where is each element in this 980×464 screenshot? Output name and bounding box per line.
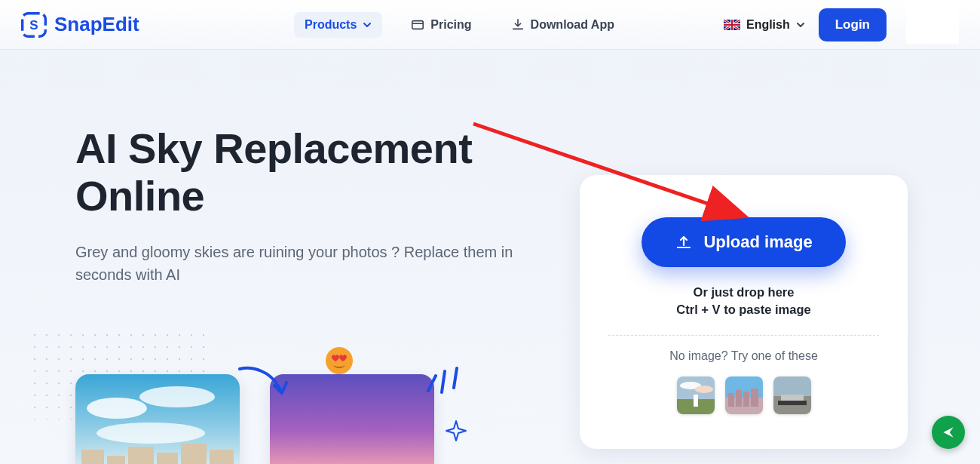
svg-point-6 bbox=[87, 398, 147, 419]
demo-image-before bbox=[75, 374, 240, 464]
svg-rect-43 bbox=[778, 401, 807, 405]
upload-image-button[interactable]: Upload image bbox=[642, 217, 845, 267]
header: S SnapEdit Products Pricing Download App bbox=[0, 0, 980, 50]
svg-rect-17 bbox=[270, 374, 434, 464]
main-nav: Products Pricing Download App bbox=[294, 0, 625, 49]
accent-lines-icon bbox=[422, 358, 461, 397]
svg-rect-38 bbox=[743, 392, 749, 407]
svg-rect-14 bbox=[181, 444, 207, 464]
svg-rect-40 bbox=[773, 376, 811, 396]
sparkle-icon bbox=[445, 419, 467, 442]
nav-download[interactable]: Download App bbox=[501, 12, 625, 38]
heart-eyes-emoji-icon bbox=[324, 346, 354, 376]
svg-rect-33 bbox=[694, 395, 698, 407]
logo-mark-icon: S bbox=[21, 12, 47, 38]
svg-rect-37 bbox=[736, 390, 742, 407]
svg-rect-11 bbox=[107, 456, 125, 464]
upload-panel: Upload image Or just drop here Ctrl + V … bbox=[580, 175, 908, 449]
svg-line-26 bbox=[428, 376, 436, 391]
hero-title: AI Sky Replacement Online bbox=[75, 125, 558, 220]
language-switcher[interactable]: English bbox=[724, 18, 805, 32]
samples-label: No image? Try one of these bbox=[608, 349, 879, 363]
share-icon bbox=[941, 425, 956, 440]
hero: AI Sky Replacement Online Grey and gloom… bbox=[0, 50, 980, 464]
paste-hint: Ctrl + V to paste image bbox=[608, 303, 879, 317]
svg-point-25 bbox=[326, 347, 353, 374]
language-label: English bbox=[746, 18, 790, 32]
flag-uk-icon bbox=[724, 20, 740, 30]
logo[interactable]: S SnapEdit bbox=[21, 12, 139, 38]
svg-rect-10 bbox=[81, 450, 104, 464]
svg-rect-13 bbox=[157, 453, 178, 464]
svg-text:S: S bbox=[29, 17, 38, 32]
nav-pricing-label: Pricing bbox=[430, 18, 471, 32]
share-fab[interactable] bbox=[932, 416, 965, 449]
svg-point-7 bbox=[139, 386, 215, 407]
svg-line-27 bbox=[442, 371, 445, 392]
chevron-down-icon bbox=[796, 20, 805, 29]
hero-copy: AI Sky Replacement Online Grey and gloom… bbox=[75, 125, 558, 286]
nav-pricing[interactable]: Pricing bbox=[400, 12, 482, 38]
sample-images bbox=[608, 376, 879, 414]
svg-rect-12 bbox=[128, 447, 154, 464]
divider bbox=[608, 335, 879, 336]
nav-download-label: Download App bbox=[531, 18, 614, 32]
svg-rect-15 bbox=[210, 450, 234, 464]
svg-rect-2 bbox=[412, 20, 423, 29]
logo-text: SnapEdit bbox=[54, 13, 139, 36]
svg-point-31 bbox=[695, 386, 713, 393]
drop-hint: Or just drop here bbox=[608, 285, 879, 300]
svg-rect-39 bbox=[751, 389, 758, 407]
svg-line-28 bbox=[454, 368, 457, 388]
sample-image-1[interactable] bbox=[677, 376, 715, 414]
card-icon bbox=[411, 18, 424, 32]
header-blank bbox=[906, 6, 959, 44]
nav-products[interactable]: Products bbox=[294, 12, 382, 38]
transform-arrow-icon bbox=[237, 363, 289, 401]
download-icon bbox=[511, 18, 525, 32]
sample-image-3[interactable] bbox=[773, 376, 811, 414]
upload-icon bbox=[675, 233, 693, 251]
login-button[interactable]: Login bbox=[819, 8, 887, 41]
header-right: English Login bbox=[724, 0, 959, 49]
upload-button-label: Upload image bbox=[703, 232, 812, 252]
svg-rect-36 bbox=[728, 393, 734, 407]
svg-point-8 bbox=[96, 423, 205, 444]
nav-products-label: Products bbox=[305, 18, 357, 32]
demo-image-after bbox=[270, 374, 434, 464]
sample-image-2[interactable] bbox=[725, 376, 763, 414]
chevron-down-icon bbox=[363, 20, 372, 29]
hero-subtitle: Grey and gloomy skies are ruining your p… bbox=[75, 241, 528, 286]
